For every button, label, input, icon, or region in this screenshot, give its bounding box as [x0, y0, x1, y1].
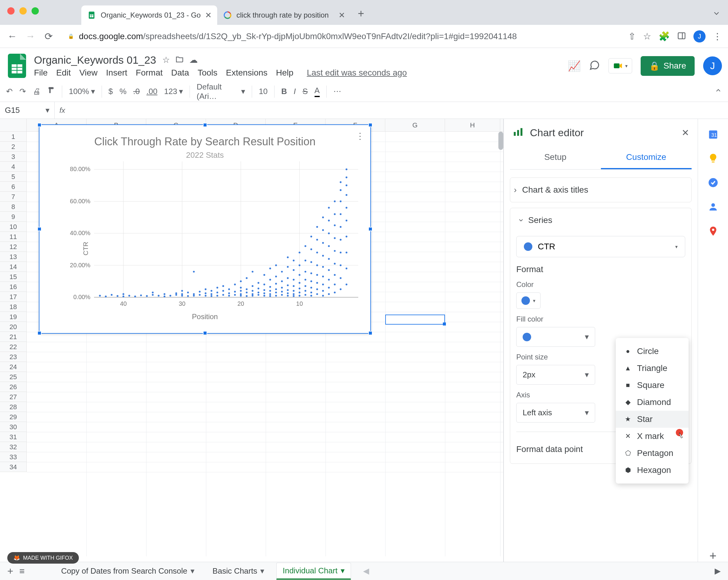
close-editor-button[interactable]: ✕: [682, 127, 689, 138]
star-icon[interactable]: ☆: [162, 55, 170, 65]
row-header-20[interactable]: 20: [0, 322, 27, 332]
shape-option-circle[interactable]: ●Circle: [616, 343, 688, 360]
keep-icon[interactable]: [707, 152, 719, 164]
menu-file[interactable]: File: [34, 68, 48, 78]
scroll-tabs-left[interactable]: ◀: [363, 566, 369, 576]
maximize-window-button[interactable]: [31, 7, 39, 15]
more-tools-button[interactable]: ⋯: [333, 87, 341, 96]
row-header-14[interactable]: 14: [0, 262, 27, 272]
row-header-9[interactable]: 9: [0, 212, 27, 222]
fill-color-select[interactable]: ▾: [516, 327, 595, 347]
sheets-logo-icon[interactable]: [6, 55, 28, 77]
axis-select[interactable]: Left axis ▾: [516, 403, 595, 423]
row-header-27[interactable]: 27: [0, 392, 27, 402]
upload-icon[interactable]: ⇧: [628, 31, 636, 42]
sidepanel-icon[interactable]: [677, 31, 686, 42]
undo-button[interactable]: ↶: [6, 87, 13, 96]
section-series[interactable]: › Series: [516, 208, 685, 232]
comments-icon[interactable]: [589, 60, 600, 72]
menu-data[interactable]: Data: [171, 68, 189, 78]
row-header-28[interactable]: 28: [0, 402, 27, 412]
resize-handle-ne[interactable]: [368, 123, 372, 127]
shape-option-hexagon[interactable]: ⬢Hexagon: [616, 462, 688, 479]
sheet-tab-copy-dates[interactable]: Copy of Dates from Search Console ▾: [55, 563, 200, 579]
row-header-17[interactable]: 17: [0, 292, 27, 302]
series-select[interactable]: CTR ▾: [516, 236, 685, 257]
tasks-icon[interactable]: [707, 177, 719, 189]
row-header-2[interactable]: 2: [0, 142, 27, 152]
decrease-decimal-button[interactable]: .0: [133, 87, 140, 96]
back-button[interactable]: ←: [6, 30, 18, 43]
menu-edit[interactable]: Edit: [56, 68, 71, 78]
bold-button[interactable]: B: [281, 87, 287, 96]
profile-avatar[interactable]: J: [694, 30, 706, 43]
zoom-select[interactable]: 100% ▾: [69, 87, 95, 96]
col-header-h[interactable]: H: [445, 119, 500, 131]
row-header-29[interactable]: 29: [0, 412, 27, 422]
row-header-15[interactable]: 15: [0, 272, 27, 282]
resize-handle-nw[interactable]: [37, 123, 42, 127]
shape-option-diamond[interactable]: ◆Diamond: [616, 394, 688, 411]
menu-view[interactable]: View: [79, 68, 97, 78]
add-panel-button[interactable]: +: [707, 550, 719, 562]
color-picker[interactable]: ▾: [516, 292, 541, 309]
resize-handle-w[interactable]: [37, 227, 42, 231]
row-header-10[interactable]: 10: [0, 222, 27, 232]
last-edit-link[interactable]: Last edit was seconds ago: [307, 68, 407, 78]
contacts-icon[interactable]: [707, 201, 719, 213]
collapse-toolbar-button[interactable]: [714, 87, 722, 96]
row-header-6[interactable]: 6: [0, 182, 27, 192]
row-header-19[interactable]: 19: [0, 312, 27, 322]
share-button[interactable]: 🔒 Share: [641, 56, 695, 76]
strike-button[interactable]: S: [303, 87, 308, 96]
history-icon[interactable]: 📈: [568, 60, 580, 72]
all-sheets-button[interactable]: ≡: [19, 566, 25, 576]
reload-button[interactable]: ⟳: [43, 30, 55, 43]
move-icon[interactable]: [175, 55, 184, 65]
minimize-window-button[interactable]: [19, 7, 27, 15]
spreadsheet-grid[interactable]: A B C D E F G H 123456789101112131415161…: [0, 119, 503, 562]
menu-extensions[interactable]: Extensions: [226, 68, 267, 78]
percent-button[interactable]: %: [120, 87, 127, 96]
italic-button[interactable]: I: [294, 87, 296, 96]
row-header-13[interactable]: 13: [0, 252, 27, 262]
chart-object[interactable]: ⋮ Click Through Rate by Search Result Po…: [39, 124, 371, 334]
sheet-tab-basic-charts[interactable]: Basic Charts ▾: [207, 563, 270, 579]
row-header-23[interactable]: 23: [0, 352, 27, 362]
row-header-12[interactable]: 12: [0, 242, 27, 252]
chart-menu-icon[interactable]: ⋮: [356, 131, 364, 141]
forward-button[interactable]: →: [24, 30, 36, 43]
close-tab-icon[interactable]: ✕: [205, 10, 212, 20]
chrome-menu-icon[interactable]: ⋮: [713, 31, 722, 42]
row-header-3[interactable]: 3: [0, 152, 27, 162]
tabs-dropdown-icon[interactable]: [712, 9, 721, 19]
font-size-select[interactable]: 10: [259, 87, 267, 96]
shape-option-pentagon[interactable]: ⬠Pentagon: [616, 445, 688, 462]
increase-decimal-button[interactable]: .00: [147, 87, 157, 96]
select-all-corner[interactable]: [0, 119, 27, 131]
menu-help[interactable]: Help: [276, 68, 294, 78]
name-box[interactable]: G15 ▾: [0, 102, 55, 118]
bookmark-icon[interactable]: ☆: [643, 31, 651, 42]
redo-button[interactable]: ↷: [19, 87, 26, 96]
close-window-button[interactable]: [7, 7, 15, 15]
row-header-21[interactable]: 21: [0, 332, 27, 342]
browser-tab-1[interactable]: Organic_Keywords 01_23 - Go ✕: [81, 5, 217, 25]
scroll-tabs-right[interactable]: ▶: [714, 566, 721, 576]
row-header-5[interactable]: 5: [0, 172, 27, 182]
new-tab-button[interactable]: +: [350, 7, 371, 20]
menu-insert[interactable]: Insert: [106, 68, 127, 78]
print-button[interactable]: 🖨: [33, 87, 41, 96]
row-header-1[interactable]: 1: [0, 132, 27, 142]
tab-customize[interactable]: Customize: [601, 146, 692, 169]
row-header-30[interactable]: 30: [0, 422, 27, 432]
sheet-tab-individual-chart[interactable]: Individual Chart ▾: [276, 563, 351, 580]
browser-tab-2[interactable]: click through rate by position ✕: [217, 5, 350, 25]
tab-setup[interactable]: Setup: [510, 146, 601, 169]
resize-handle-se[interactable]: [368, 331, 372, 335]
extensions-icon[interactable]: 🧩: [658, 31, 670, 42]
row-header-24[interactable]: 24: [0, 362, 27, 372]
row-header-32[interactable]: 32: [0, 442, 27, 452]
row-header-11[interactable]: 11: [0, 232, 27, 242]
row-header-16[interactable]: 16: [0, 282, 27, 292]
